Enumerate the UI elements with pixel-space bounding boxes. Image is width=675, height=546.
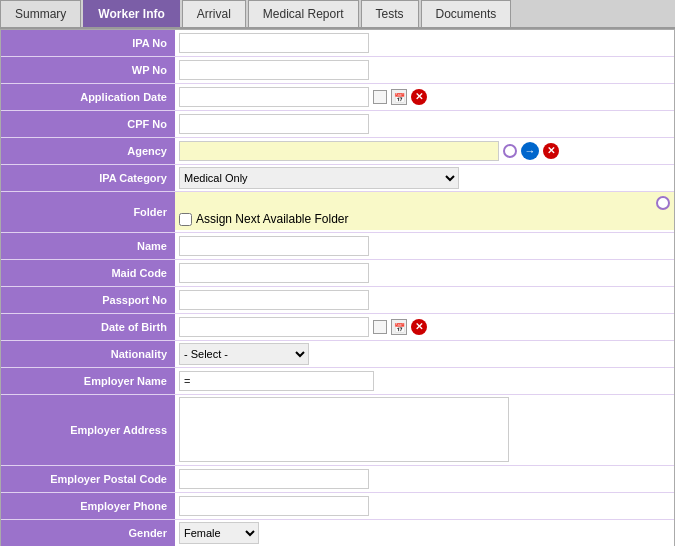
folder-row: Folder Assign Next Available Folder bbox=[1, 192, 674, 233]
worker-info-form: IPA No WP No Application Date 📅 ✕ CPF No… bbox=[0, 29, 675, 546]
employer-phone-label: Employer Phone bbox=[1, 493, 175, 519]
tab-tests[interactable]: Tests bbox=[361, 0, 419, 27]
application-date-field: 📅 ✕ bbox=[175, 85, 674, 109]
employer-postal-field bbox=[175, 467, 674, 491]
maid-code-field bbox=[175, 261, 674, 285]
dob-field: 📅 ✕ bbox=[175, 315, 674, 339]
dob-input[interactable] bbox=[179, 317, 369, 337]
tab-worker-info[interactable]: Worker Info bbox=[83, 0, 179, 27]
employer-address-field bbox=[175, 395, 674, 464]
employer-address-textarea[interactable] bbox=[179, 397, 509, 462]
tab-medical-report[interactable]: Medical Report bbox=[248, 0, 359, 27]
name-row: Name bbox=[1, 233, 674, 260]
employer-postal-row: Employer Postal Code bbox=[1, 466, 674, 493]
employer-phone-field bbox=[175, 494, 674, 518]
passport-no-input[interactable] bbox=[179, 290, 369, 310]
employer-name-row: Employer Name bbox=[1, 368, 674, 395]
cpf-no-label: CPF No bbox=[1, 111, 175, 137]
folder-circle-icon[interactable] bbox=[656, 196, 670, 210]
employer-name-label: Employer Name bbox=[1, 368, 175, 394]
tab-arrival[interactable]: Arrival bbox=[182, 0, 246, 27]
dob-row: Date of Birth 📅 ✕ bbox=[1, 314, 674, 341]
tab-documents[interactable]: Documents bbox=[421, 0, 512, 27]
ipa-no-input[interactable] bbox=[179, 33, 369, 53]
agency-arrow-icon[interactable]: → bbox=[521, 142, 539, 160]
dob-calendar-icon[interactable]: 📅 bbox=[391, 319, 407, 335]
maid-code-label: Maid Code bbox=[1, 260, 175, 286]
maid-code-row: Maid Code bbox=[1, 260, 674, 287]
application-date-clear-icon[interactable]: ✕ bbox=[411, 89, 427, 105]
passport-no-row: Passport No bbox=[1, 287, 674, 314]
agency-label: Agency bbox=[1, 138, 175, 164]
application-date-row: Application Date 📅 ✕ bbox=[1, 84, 674, 111]
assign-folder-area: Assign Next Available Folder bbox=[179, 212, 670, 226]
employer-postal-label: Employer Postal Code bbox=[1, 466, 175, 492]
wp-no-field bbox=[175, 58, 674, 82]
cpf-no-row: CPF No bbox=[1, 111, 674, 138]
ipa-no-row: IPA No bbox=[1, 30, 674, 57]
application-date-label: Application Date bbox=[1, 84, 175, 110]
agency-field: → ✕ bbox=[175, 139, 674, 163]
assign-folder-label: Assign Next Available Folder bbox=[196, 212, 349, 226]
gender-row: Gender Female Male bbox=[1, 520, 674, 546]
ipa-category-label: IPA Category bbox=[1, 165, 175, 191]
wp-no-input[interactable] bbox=[179, 60, 369, 80]
wp-no-row: WP No bbox=[1, 57, 674, 84]
tab-bar: Summary Worker Info Arrival Medical Repo… bbox=[0, 0, 675, 29]
cpf-no-input[interactable] bbox=[179, 114, 369, 134]
nationality-select[interactable]: - Select - bbox=[179, 343, 309, 365]
folder-top bbox=[179, 196, 670, 212]
name-field bbox=[175, 234, 674, 258]
calendar-icon[interactable]: 📅 bbox=[391, 89, 407, 105]
nationality-row: Nationality - Select - bbox=[1, 341, 674, 368]
name-label: Name bbox=[1, 233, 175, 259]
name-input[interactable] bbox=[179, 236, 369, 256]
dob-clear-icon[interactable]: ✕ bbox=[411, 319, 427, 335]
maid-code-input[interactable] bbox=[179, 263, 369, 283]
employer-phone-row: Employer Phone bbox=[1, 493, 674, 520]
agency-row: Agency → ✕ bbox=[1, 138, 674, 165]
tab-summary[interactable]: Summary bbox=[0, 0, 81, 27]
gender-label: Gender bbox=[1, 520, 175, 546]
employer-address-row: Employer Address bbox=[1, 395, 674, 466]
folder-content: Assign Next Available Folder bbox=[175, 192, 674, 230]
ipa-no-label: IPA No bbox=[1, 30, 175, 56]
agency-circle-icon[interactable] bbox=[503, 144, 517, 158]
ipa-category-field: Medical Only bbox=[175, 165, 674, 191]
employer-name-field bbox=[175, 369, 674, 393]
employer-address-label: Employer Address bbox=[1, 395, 175, 465]
employer-postal-input[interactable] bbox=[179, 469, 369, 489]
agency-input[interactable] bbox=[179, 141, 499, 161]
assign-folder-checkbox[interactable] bbox=[179, 213, 192, 226]
employer-phone-input[interactable] bbox=[179, 496, 369, 516]
gender-select[interactable]: Female Male bbox=[179, 522, 259, 544]
employer-name-input[interactable] bbox=[179, 371, 374, 391]
wp-no-label: WP No bbox=[1, 57, 175, 83]
dob-square-icon[interactable] bbox=[373, 320, 387, 334]
ipa-category-select[interactable]: Medical Only bbox=[179, 167, 459, 189]
date-square-icon[interactable] bbox=[373, 90, 387, 104]
nationality-label: Nationality bbox=[1, 341, 175, 367]
agency-clear-icon[interactable]: ✕ bbox=[543, 143, 559, 159]
nationality-field: - Select - bbox=[175, 341, 674, 367]
folder-label: Folder bbox=[1, 192, 175, 232]
cpf-no-field bbox=[175, 112, 674, 136]
gender-field: Female Male bbox=[175, 520, 674, 546]
application-date-input[interactable] bbox=[179, 87, 369, 107]
passport-no-field bbox=[175, 288, 674, 312]
dob-label: Date of Birth bbox=[1, 314, 175, 340]
ipa-category-row: IPA Category Medical Only bbox=[1, 165, 674, 192]
ipa-no-field bbox=[175, 31, 674, 55]
passport-no-label: Passport No bbox=[1, 287, 175, 313]
